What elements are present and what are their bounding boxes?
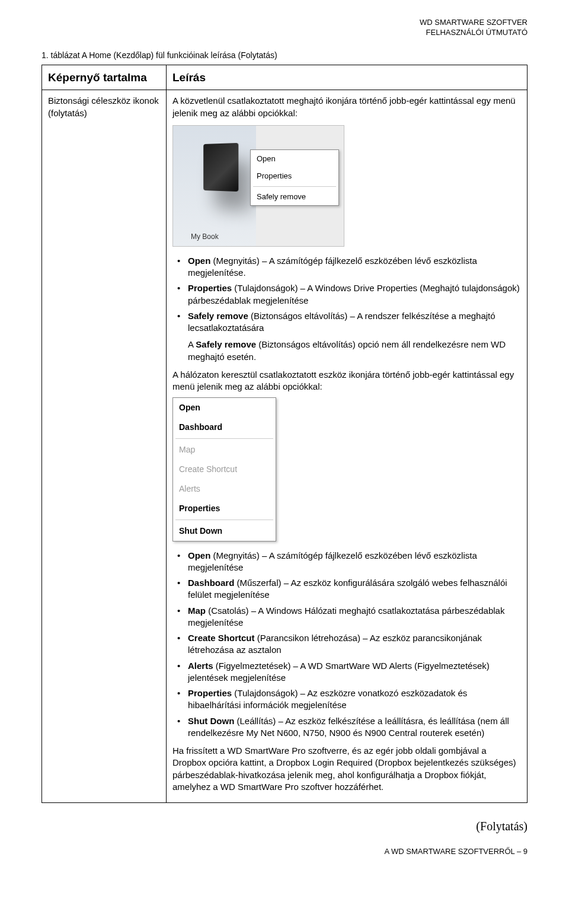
mid-paragraph: A hálózaton keresztül csatlakoztatott es…: [172, 369, 521, 393]
footer-continued-row: (Folytatás): [41, 818, 528, 834]
list-item: Create Shortcut (Parancsikon létrehozása…: [188, 632, 521, 657]
option-list-1: Open (Megnyitás) – A számítógép fájlkeze…: [172, 255, 521, 334]
header-line1: WD SMARTWARE SZOFTVER: [41, 18, 528, 28]
footer-page-info: A WD SMARTWARE SZOFTVERRŐL – 9: [41, 846, 528, 857]
menu-item-dashboard[interactable]: Dashboard: [173, 418, 276, 437]
menu-item-properties[interactable]: Properties: [251, 167, 338, 185]
menu-item-safely-remove[interactable]: Safely remove: [251, 188, 338, 206]
option-list-2: Open (Megnyitás) – A számítógép fájlkeze…: [172, 550, 521, 740]
page-header: WD SMARTWARE SZOFTVER FELHASZNÁLÓI ÚTMUT…: [41, 18, 528, 38]
list-item: Properties (Tulajdonságok) – Az eszközre…: [188, 687, 521, 712]
list-item: Map (Csatolás) – A Windows Hálózati megh…: [188, 605, 521, 629]
menu-item-open[interactable]: Open: [251, 150, 338, 168]
row-label: Biztonsági céleszköz ikonok (folytatás): [42, 90, 167, 803]
menu-item-shut-down[interactable]: Shut Down: [173, 521, 276, 541]
row-description: A közvetlenül csatlakoztatott meghajtó i…: [167, 90, 528, 803]
list-item: Dashboard (Műszerfal) – Az eszköz konfig…: [188, 577, 521, 601]
menu-item-open[interactable]: Open: [173, 398, 276, 418]
drive-icon: [203, 143, 238, 192]
safely-remove-note: A Safely remove (Biztonságos eltávolítás…: [172, 339, 521, 363]
context-menu-drive-illustration: My Book Open Properties Safely remove: [172, 125, 344, 247]
list-item: Open (Megnyitás) – A számítógép fájlkeze…: [188, 255, 521, 279]
drive-thumbnail-bg: My Book: [173, 126, 256, 246]
menu-item-properties[interactable]: Properties: [173, 499, 276, 518]
list-item: Properties (Tulajdonságok) – A Windows D…: [188, 282, 521, 307]
menu-separator: [253, 186, 336, 187]
list-item: Alerts (Figyelmeztetések) – A WD SmartWa…: [188, 660, 521, 684]
menu-item-map[interactable]: Map: [173, 440, 276, 460]
header-line2: FELHASZNÁLÓI ÚTMUTATÓ: [41, 28, 528, 38]
layout-table: Képernyő tartalma Leírás Biztonsági céle…: [41, 65, 528, 803]
col-header-left: Képernyő tartalma: [42, 65, 167, 90]
context-menu-drive: Open Properties Safely remove: [250, 149, 339, 206]
drive-label: My Book: [191, 232, 219, 241]
end-paragraph: Ha frissített a WD SmartWare Pro szoftve…: [172, 745, 521, 793]
intro-paragraph: A közvetlenül csatlakoztatott meghajtó i…: [172, 95, 521, 119]
continued-label: (Folytatás): [476, 818, 528, 834]
list-item: Shut Down (Leállítás) – Az eszköz felkés…: [188, 715, 521, 740]
menu-separator: [175, 438, 273, 439]
menu-item-alerts[interactable]: Alerts: [173, 479, 276, 499]
menu-separator: [175, 520, 273, 520]
list-item: Open (Megnyitás) – A számítógép fájlkeze…: [188, 550, 521, 574]
context-menu-network: Open Dashboard Map Create Shortcut Alert…: [172, 397, 276, 541]
table-caption: 1. táblázat A Home (Kezdőlap) fül funkci…: [41, 50, 528, 61]
list-item: Safely remove (Biztonságos eltávolítás) …: [188, 310, 521, 334]
menu-item-create-shortcut[interactable]: Create Shortcut: [173, 460, 276, 479]
col-header-right: Leírás: [167, 65, 528, 90]
